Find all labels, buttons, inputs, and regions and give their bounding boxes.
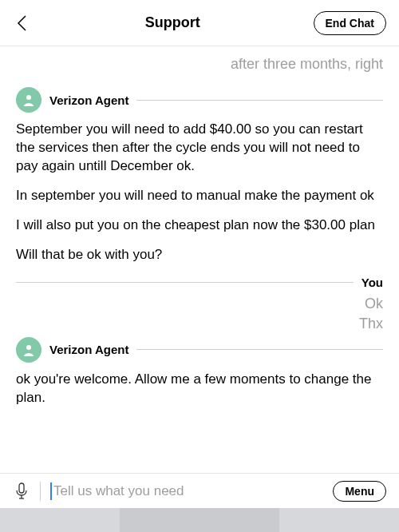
agent-header: Verizon Agent [16,337,383,363]
microphone-icon[interactable] [13,482,30,500]
agent-message: Will that be ok with you? [16,246,383,264]
input-bar: Menu [0,473,399,508]
svg-rect-2 [19,483,24,493]
back-icon[interactable] [13,14,32,33]
chat-scroll[interactable]: after three months, right Verizon Agent … [0,46,399,474]
agent-name: Verizon Agent [49,93,128,107]
agent-message: I will also put you on the cheapest plan… [16,216,383,235]
you-message: Ok [16,296,383,312]
agent-name: Verizon Agent [49,343,128,356]
avatar [16,337,41,363]
strip-segment [279,508,399,532]
strip-segment [0,508,120,532]
divider-vertical [40,482,41,501]
agent-message: ok you're welcome. Allow me a few moment… [16,371,383,407]
strip-segment [120,508,279,532]
divider [16,282,354,283]
agent-message: In september you will need to manual mak… [16,187,383,205]
keyboard-strip [0,508,399,532]
agent-message: September you will need to add $40.00 so… [16,121,383,176]
you-label: You [361,276,383,289]
you-message: Thx [16,316,383,332]
chat-input[interactable] [53,483,323,499]
divider [136,349,383,350]
page-title: Support [145,14,200,31]
text-cursor [50,482,52,500]
agent-header: Verizon Agent [16,87,383,113]
divider [136,100,383,101]
svg-point-0 [26,95,31,100]
avatar [16,87,41,113]
menu-button[interactable]: Menu [333,481,386,502]
end-chat-button[interactable]: End Chat [314,11,386,35]
you-header: You [16,276,383,289]
prev-message-tail: after three months, right [16,53,383,82]
header-bar: Support End Chat [0,0,399,46]
svg-point-1 [26,345,31,350]
